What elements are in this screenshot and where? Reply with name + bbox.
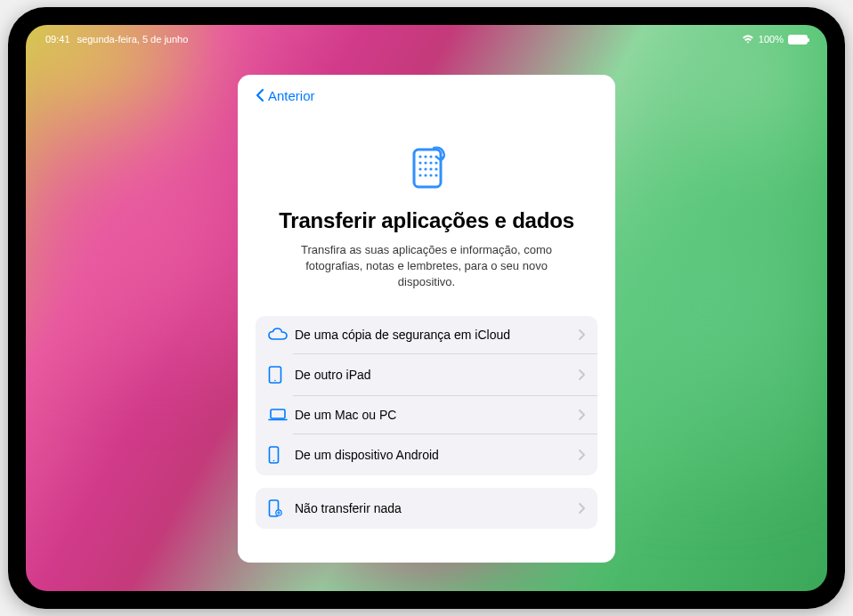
- svg-point-11: [429, 167, 432, 170]
- chevron-right-icon: [579, 329, 585, 340]
- chevron-left-icon: [256, 87, 266, 103]
- option-other-ipad[interactable]: De outro iPad: [293, 353, 597, 395]
- option-label: De um Mac ou PC: [293, 408, 579, 422]
- svg-point-1: [418, 155, 421, 158]
- chevron-right-icon: [579, 369, 585, 380]
- battery-percent: 100%: [759, 34, 784, 45]
- option-label: Não transferir nada: [293, 501, 579, 515]
- svg-point-5: [418, 161, 421, 164]
- option-mac-pc[interactable]: De um Mac ou PC: [293, 395, 597, 434]
- option-android[interactable]: De um dispositivo Android: [293, 434, 597, 475]
- svg-point-12: [435, 167, 437, 170]
- screen: 09:41 segunda-feira, 5 de junho 100% Ant…: [26, 25, 827, 591]
- svg-point-7: [429, 161, 432, 164]
- chevron-right-icon: [579, 503, 585, 514]
- status-date: segunda-feira, 5 de junho: [77, 34, 189, 45]
- option-label: De outro iPad: [293, 368, 579, 382]
- back-label: Anterior: [268, 88, 315, 103]
- svg-point-3: [429, 155, 432, 158]
- chevron-right-icon: [579, 450, 585, 460]
- options-secondary-group: Não transferir nada: [256, 488, 597, 529]
- transfer-hero-icon: [256, 142, 597, 196]
- phone-icon: [256, 446, 293, 464]
- page-subtitle: Transfira as suas aplicações e informaçã…: [256, 242, 597, 291]
- page-title: Transferir aplicações e dados: [256, 208, 597, 233]
- svg-point-18: [274, 379, 276, 381]
- svg-point-8: [435, 161, 437, 164]
- svg-point-14: [424, 174, 426, 176]
- laptop-icon: [256, 409, 293, 421]
- svg-point-21: [273, 459, 275, 461]
- back-button[interactable]: Anterior: [256, 87, 315, 103]
- ipad-icon: [256, 366, 293, 384]
- svg-rect-19: [271, 409, 285, 418]
- option-label: De um dispositivo Android: [293, 448, 579, 462]
- option-dont-transfer[interactable]: Não transferir nada: [256, 488, 597, 529]
- svg-point-4: [435, 155, 437, 158]
- cloud-icon: [268, 328, 293, 342]
- svg-point-16: [435, 174, 437, 176]
- phone-plus-icon: [268, 499, 293, 517]
- battery-icon: [788, 35, 808, 45]
- option-icloud-backup[interactable]: De uma cópia de segurança em iCloud: [256, 316, 597, 353]
- setup-modal: Anterior Transferir aplicações e dados T…: [238, 75, 615, 563]
- wifi-icon: [742, 35, 754, 44]
- svg-point-15: [429, 174, 432, 176]
- svg-point-2: [424, 155, 426, 158]
- svg-point-6: [424, 161, 426, 164]
- status-bar: 09:41 segunda-feira, 5 de junho 100%: [26, 30, 827, 48]
- chevron-right-icon: [579, 409, 585, 420]
- option-label: De uma cópia de segurança em iCloud: [293, 328, 579, 342]
- status-time: 09:41: [45, 34, 70, 45]
- svg-point-13: [418, 174, 421, 176]
- options-primary-group: De uma cópia de segurança em iCloud De o…: [256, 316, 597, 475]
- svg-point-9: [418, 167, 421, 170]
- svg-point-10: [424, 167, 426, 170]
- ipad-frame: 09:41 segunda-feira, 5 de junho 100% Ant…: [8, 7, 845, 609]
